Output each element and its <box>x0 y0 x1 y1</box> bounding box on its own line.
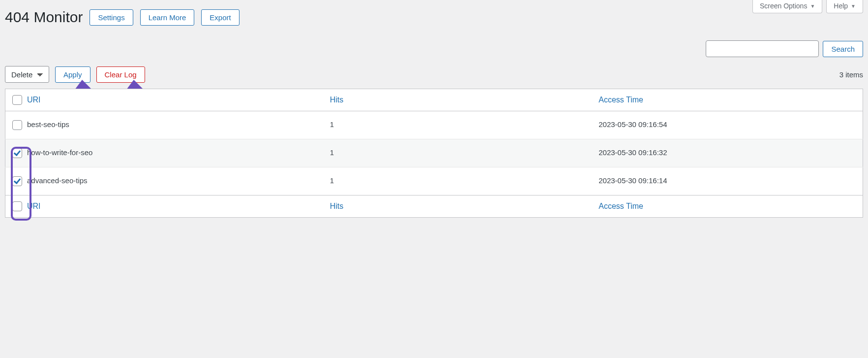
learn-more-button[interactable]: Learn More <box>140 9 195 26</box>
chevron-down-icon: ▼ <box>810 3 815 9</box>
bulk-action-select[interactable]: Delete <box>5 66 49 83</box>
cell-access-time: 2023-05-30 09:16:32 <box>594 139 863 167</box>
column-footer-access-time[interactable]: Access Time <box>599 202 643 210</box>
row-checkbox[interactable] <box>12 148 22 158</box>
table-row: best-seo-tips 1 2023-05-30 09:16:54 <box>5 111 863 139</box>
cell-access-time: 2023-05-30 09:16:14 <box>594 167 863 195</box>
cell-hits: 1 <box>325 167 594 195</box>
select-all-checkbox-footer[interactable] <box>12 201 22 211</box>
search-button[interactable]: Search <box>823 41 863 57</box>
cell-uri: how-to-write-for-seo <box>22 139 325 167</box>
cell-uri: best-seo-tips <box>22 111 325 139</box>
log-table: URI Hits Access Time best-seo-tips 1 202… <box>5 89 863 218</box>
page-title: 404 Monitor <box>5 9 83 26</box>
screen-options-label: Screen Options <box>760 2 808 10</box>
column-footer-uri[interactable]: URI <box>27 202 41 210</box>
apply-button[interactable]: Apply <box>55 66 90 83</box>
cell-access-time: 2023-05-30 09:16:54 <box>594 111 863 139</box>
row-checkbox[interactable] <box>12 120 22 130</box>
cell-uri: advanced-seo-tips <box>22 167 325 195</box>
column-header-uri[interactable]: URI <box>27 96 41 104</box>
column-header-access-time[interactable]: Access Time <box>599 96 643 104</box>
search-input[interactable] <box>706 40 819 57</box>
column-footer-hits[interactable]: Hits <box>330 202 344 210</box>
help-button[interactable]: Help ▼ <box>826 0 863 13</box>
chevron-down-icon: ▼ <box>851 3 856 9</box>
table-row: advanced-seo-tips 1 2023-05-30 09:16:14 <box>5 167 863 195</box>
row-checkbox[interactable] <box>12 176 22 186</box>
cell-hits: 1 <box>325 111 594 139</box>
help-label: Help <box>834 2 848 10</box>
select-all-checkbox[interactable] <box>12 95 22 105</box>
cell-hits: 1 <box>325 139 594 167</box>
screen-options-button[interactable]: Screen Options ▼ <box>752 0 822 13</box>
export-button[interactable]: Export <box>201 9 239 26</box>
clear-log-button[interactable]: Clear Log <box>96 66 145 83</box>
table-row: how-to-write-for-seo 1 2023-05-30 09:16:… <box>5 139 863 167</box>
settings-button[interactable]: Settings <box>90 9 133 26</box>
items-count: 3 items <box>839 70 863 79</box>
column-header-hits[interactable]: Hits <box>330 96 344 104</box>
